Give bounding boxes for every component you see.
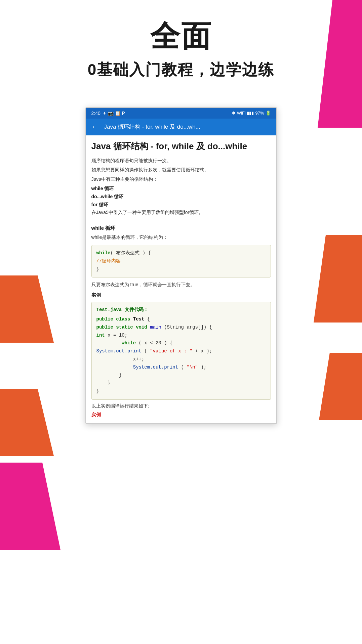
- while-section-heading: while 循环: [91, 225, 271, 231]
- code-line2: public static void main (String args[]) …: [96, 324, 266, 332]
- code-line8: }: [96, 372, 266, 380]
- deco-orange-left-mid: [0, 275, 54, 343]
- status-right: ✱ WiFi ▮▮▮ 97% 🔋: [232, 111, 271, 116]
- status-bar: 2:40 ✈ 📷 📋 P ✱ WiFi ▮▮▮ 97% 🔋: [86, 108, 276, 119]
- phone-mockup: 2:40 ✈ 📷 📋 P ✱ WiFi ▮▮▮ 97% 🔋 ← Java 循环结…: [85, 107, 277, 424]
- code-line7: System.out.print ( "\n" );: [96, 363, 266, 372]
- code-line5: System.out.print ( "value of x : " + x )…: [96, 347, 266, 355]
- deco-orange-lower-right: [308, 353, 362, 420]
- loop-type-1: while 循环: [91, 185, 271, 193]
- status-left: 2:40 ✈ 📷 📋 P: [91, 111, 125, 116]
- code-line9: }: [96, 379, 266, 387]
- code-line10: }: [96, 387, 266, 395]
- subtitle: 0基础入门教程，边学边练: [13, 59, 349, 80]
- while-description: while是最基本的循环，它的结构为：: [91, 233, 271, 242]
- code-line3: int x = 10;: [96, 332, 266, 340]
- while-note: 只要布尔表达式为 true，循环就会一直执行下去。: [91, 281, 271, 289]
- back-button[interactable]: ←: [91, 123, 99, 131]
- app-toolbar: ← Java 循环结构 - for, while 及 do...wh...: [86, 119, 276, 135]
- intro-line-2: 如果您想要同样的操作执行多次，就需要使用循环结构。: [91, 166, 271, 174]
- toolbar-title: Java 循环结构 - for, while 及 do...wh...: [104, 123, 271, 131]
- connectivity-icons: ✱ WiFi ▮▮▮: [232, 111, 254, 116]
- code-line1: public class Test {: [96, 315, 266, 324]
- main-title: 全面: [13, 20, 349, 53]
- result-example-label: 实例: [91, 412, 271, 418]
- status-icons: ✈ 📷 📋 P: [103, 111, 125, 116]
- time-display: 2:40: [91, 111, 100, 116]
- battery-display: 97%: [255, 111, 264, 116]
- example-label-1: 实例: [91, 292, 271, 298]
- deco-pink-bottom-left: [0, 463, 61, 550]
- page-title: Java 循环结构 - for, while 及 do...while: [91, 141, 271, 152]
- battery-icon: 🔋: [266, 111, 271, 116]
- loop-type-3: for 循环: [91, 201, 271, 209]
- while-code-line1: while( 布尔表达式 ) {: [96, 249, 266, 257]
- content-area: Java 循环结构 - for, while 及 do...while 顺序结构…: [86, 135, 276, 423]
- intro-line-3: Java中有三种主要的循环结构：: [91, 175, 271, 183]
- while-syntax-block: while( 布尔表达式 ) { //循环内容 }: [91, 245, 271, 277]
- loop-type-2: do...while 循环: [91, 193, 271, 201]
- deco-orange-bottom-left: [0, 389, 54, 456]
- divider-1: [91, 221, 271, 221]
- intro-line-1: 顺序结构的程序语句只能被执行一次。: [91, 157, 271, 165]
- header-section: 全面 0基础入门教程，边学边练: [0, 0, 362, 94]
- code-line6: x++;: [96, 355, 266, 363]
- file-label: Test.java 文件代码：: [96, 306, 266, 314]
- deco-orange-mid-right: [301, 235, 362, 323]
- code-line4: while ( x < 20 ) {: [96, 339, 266, 347]
- while-code-line2: //循环内容: [96, 257, 266, 265]
- enhanced-for-note: 在Java5中引入了一种主要用于数组的增强型for循环。: [91, 209, 271, 217]
- java-code-block: Test.java 文件代码： public class Test { publ…: [91, 302, 271, 400]
- result-text: 以上实例编译运行结果如下:: [91, 403, 271, 409]
- while-code-line3: }: [96, 265, 266, 273]
